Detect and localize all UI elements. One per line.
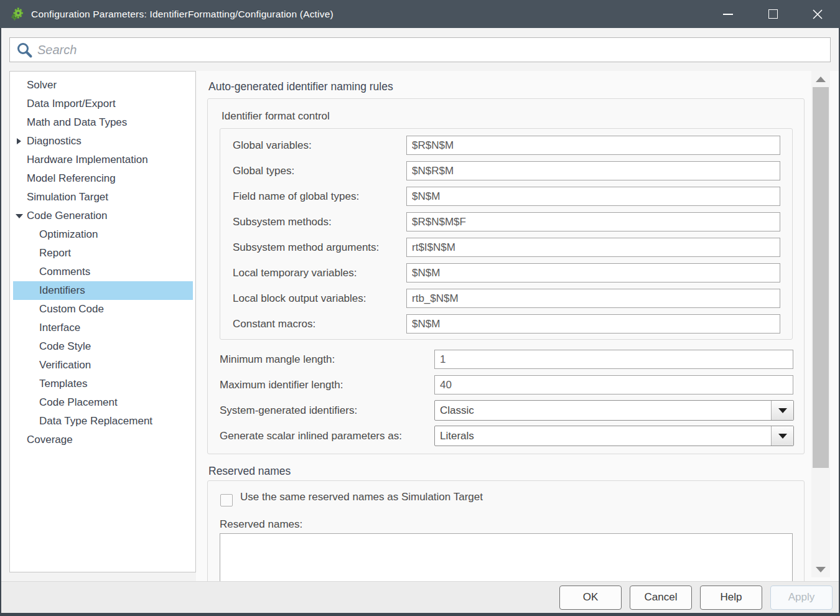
auto-generated-heading: Auto-generated identifier naming rules <box>208 80 393 93</box>
minimum-mangle-length-input[interactable] <box>434 350 793 369</box>
sidebar-item-optimization[interactable]: Optimization <box>10 225 195 244</box>
generate-scalar-inlined-parameters-dropdown-button[interactable] <box>771 426 793 446</box>
window-title: Configuration Parameters: IdentifierForm… <box>31 9 334 20</box>
use-same-reserved-names-label: Use the same reserved names as Simulatio… <box>240 491 483 503</box>
system-generated-identifiers-value: Classic <box>435 401 770 420</box>
window-controls <box>706 0 840 28</box>
sidebar-item-code-generation[interactable]: Code Generation <box>10 207 195 225</box>
local-block-output-variables-input[interactable] <box>406 289 780 308</box>
reserved-names-textarea[interactable] <box>220 533 793 581</box>
identifier-format-fields-box: Global variables: Global types: Field na… <box>220 128 793 340</box>
field-name-of-global-types-input[interactable] <box>406 187 780 206</box>
expander-collapsed-icon[interactable] <box>17 138 21 144</box>
generate-scalar-inlined-parameters-label: Generate scalar inlined parameters as: <box>220 426 402 446</box>
minimize-icon <box>723 14 733 15</box>
search-input[interactable] <box>37 38 830 62</box>
scrollbar-thumb[interactable] <box>813 87 829 468</box>
system-generated-identifiers-dropdown-button[interactable] <box>771 401 793 420</box>
sidebar-item-verification[interactable]: Verification <box>10 356 195 375</box>
maximum-identifier-length-label: Maximum identifier length: <box>220 375 343 395</box>
title-bar: Configuration Parameters: IdentifierForm… <box>0 0 840 28</box>
triangle-down-icon <box>816 567 826 572</box>
sidebar-item-model-referencing[interactable]: Model Referencing <box>10 169 195 188</box>
sidebar-item-simulation-target[interactable]: Simulation Target <box>10 188 195 207</box>
reserved-names-groupbox: Use the same reserved names as Simulatio… <box>207 480 805 581</box>
chevron-down-icon <box>778 408 787 413</box>
maximize-button[interactable] <box>750 0 795 28</box>
scroll-up-button[interactable] <box>811 71 830 87</box>
apply-button: Apply <box>770 586 833 610</box>
local-temporary-variables-label: Local temporary variables: <box>233 263 357 282</box>
local-block-output-variables-label: Local block output variables: <box>233 289 366 308</box>
subsystem-method-arguments-input[interactable] <box>406 238 780 257</box>
search-icon <box>15 40 34 59</box>
gear-icon <box>10 7 25 22</box>
sidebar-item-interface[interactable]: Interface <box>10 319 195 337</box>
help-button[interactable]: Help <box>700 586 762 610</box>
cancel-button[interactable]: Cancel <box>630 586 692 610</box>
system-generated-identifiers-select[interactable]: Classic <box>434 400 794 421</box>
subsystem-method-arguments-label: Subsystem method arguments: <box>233 238 379 257</box>
window-border-left <box>0 28 1 616</box>
sidebar-item-diagnostics[interactable]: Diagnostics <box>10 132 195 151</box>
triangle-up-icon <box>816 77 826 82</box>
sidebar-item-data-import-export[interactable]: Data Import/Export <box>10 95 195 113</box>
ok-button[interactable]: OK <box>559 586 622 610</box>
sidebar-item-identifiers[interactable]: Identifiers <box>13 281 193 300</box>
generate-scalar-inlined-parameters-value: Literals <box>435 426 770 446</box>
configuration-parameters-dialog: Configuration Parameters: IdentifierForm… <box>0 0 840 616</box>
scroll-down-button[interactable] <box>811 561 830 577</box>
minimize-button[interactable] <box>706 0 750 28</box>
sidebar-tree: Solver Data Import/Export Math and Data … <box>9 71 196 572</box>
local-temporary-variables-input[interactable] <box>406 263 780 282</box>
subsystem-methods-label: Subsystem methods: <box>233 212 332 231</box>
identifier-format-label: Identifier format control <box>222 110 330 123</box>
field-name-of-global-types-label: Field name of global types: <box>233 187 359 206</box>
close-button[interactable] <box>795 0 840 28</box>
identifiers-pane: Auto-generated identifier naming rules I… <box>196 71 839 581</box>
sidebar-item-custom-code[interactable]: Custom Code <box>10 300 195 319</box>
sidebar-item-hardware-implementation[interactable]: Hardware Implementation <box>10 151 195 169</box>
sidebar-item-data-type-replacement[interactable]: Data Type Replacement <box>10 412 195 431</box>
reserved-names-list-label: Reserved names: <box>220 518 302 531</box>
sidebar-item-code-style[interactable]: Code Style <box>10 337 195 356</box>
global-variables-label: Global variables: <box>233 136 312 155</box>
global-types-input[interactable] <box>406 161 780 180</box>
use-same-reserved-names-checkbox[interactable] <box>220 494 233 506</box>
subsystem-methods-input[interactable] <box>406 212 780 231</box>
search-box <box>9 37 831 62</box>
constant-macros-input[interactable] <box>406 314 780 334</box>
sidebar-item-templates[interactable]: Templates <box>10 375 195 393</box>
system-generated-identifiers-label: System-generated identifiers: <box>220 400 357 421</box>
close-icon <box>812 9 823 20</box>
window-border-bottom <box>0 613 840 616</box>
sidebar-item-coverage[interactable]: Coverage <box>10 431 195 449</box>
sidebar-item-math-and-data-types[interactable]: Math and Data Types <box>10 113 195 132</box>
chevron-down-icon <box>778 434 787 439</box>
generate-scalar-inlined-parameters-select[interactable]: Literals <box>434 426 794 446</box>
global-variables-input[interactable] <box>406 136 780 155</box>
identifier-format-groupbox: Identifier format control Global variabl… <box>207 98 805 454</box>
global-types-label: Global types: <box>233 161 294 180</box>
vertical-scrollbar[interactable] <box>811 71 830 577</box>
sidebar-item-comments[interactable]: Comments <box>10 263 195 281</box>
sidebar-item-report[interactable]: Report <box>10 244 195 263</box>
footer-button-bar: OK Cancel Help Apply <box>0 581 840 613</box>
sidebar-item-solver[interactable]: Solver <box>10 76 195 95</box>
constant-macros-label: Constant macros: <box>233 314 315 334</box>
maximum-identifier-length-input[interactable] <box>434 375 793 394</box>
sidebar-item-code-placement[interactable]: Code Placement <box>10 393 195 412</box>
minimum-mangle-length-label: Minimum mangle length: <box>220 349 335 370</box>
reserved-names-heading: Reserved names <box>208 465 291 478</box>
expander-expanded-icon[interactable] <box>16 214 23 218</box>
maximize-icon <box>768 9 778 19</box>
